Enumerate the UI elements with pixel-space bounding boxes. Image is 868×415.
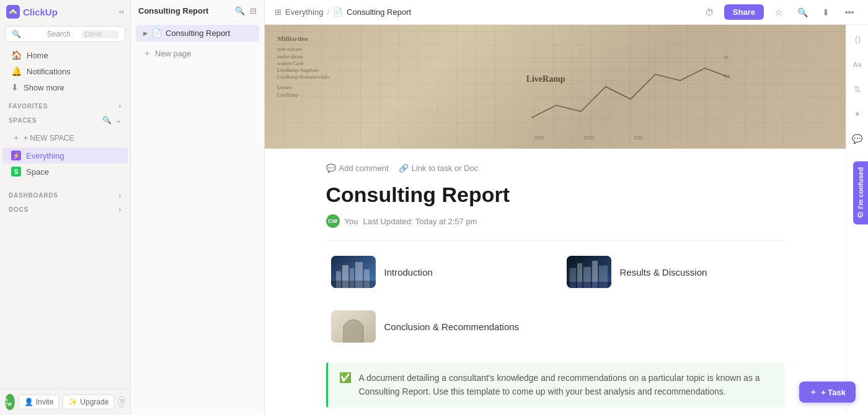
svg-text:2019: 2019 xyxy=(534,136,544,140)
hero-image: Milliarden zent-zulesen nießer dieser wa… xyxy=(265,25,846,149)
download-icon-btn[interactable]: ⬇ xyxy=(817,4,835,21)
svg-point-1 xyxy=(12,11,14,12)
more-options-btn[interactable]: ••• xyxy=(841,4,858,21)
help-icon[interactable]: ? xyxy=(118,396,125,408)
docs-label[interactable]: DOCS › xyxy=(9,206,122,213)
task-fab-button[interactable]: ＋ + Task xyxy=(799,382,856,403)
person-icon: 👤 xyxy=(24,398,33,406)
doc-title: Consulting Report xyxy=(326,183,785,207)
new-page-button[interactable]: ＋ New page xyxy=(131,44,264,63)
add-comment-action[interactable]: 💬 Add comment xyxy=(326,164,389,173)
sidebar-item-notifications-label: Notifications xyxy=(27,67,71,76)
left-sidebar: ClickUp ‹‹ 🔍 Search Ctrl+K 🏠 Home 🔔 Noti… xyxy=(0,0,131,415)
subpage-introduction[interactable]: Introduction xyxy=(326,251,549,293)
bell-icon: 🔔 xyxy=(11,66,22,76)
hero-image-inner: Milliarden zent-zulesen nießer dieser wa… xyxy=(265,25,846,149)
doc-panel-actions: 🔍 ⊟ xyxy=(235,6,257,15)
space-label: Space xyxy=(26,167,49,177)
search-icon-btn[interactable]: 🔍 xyxy=(794,4,811,21)
sidebar-item-notifications[interactable]: 🔔 Notifications xyxy=(2,63,128,79)
content-area: Milliarden zent-zulesen nießer dieser wa… xyxy=(265,25,868,415)
search-placeholder: Search xyxy=(47,30,79,38)
upgrade-button[interactable]: ✨ Upgrade xyxy=(63,395,114,409)
sidebar-item-show-more-label: Show more xyxy=(24,83,64,92)
star-icon-btn[interactable]: ☆ xyxy=(770,4,787,21)
clickup-logo[interactable]: ClickUp xyxy=(6,5,58,19)
doc-layout-icon[interactable]: ⊟ xyxy=(250,6,257,15)
svg-text:2021: 2021 xyxy=(634,136,644,140)
sidebar-header: ClickUp ‹‹ xyxy=(0,0,130,24)
sidebar-item-space[interactable]: S Space xyxy=(2,164,128,180)
breadcrumb-sep: / xyxy=(327,7,329,17)
doc-panel: Consulting Report 🔍 ⊟ ▶ 📄 Consulting Rep… xyxy=(131,0,265,415)
expand-arrow-icon: ▶ xyxy=(143,30,148,37)
clickup-logo-icon xyxy=(6,5,20,19)
sidebar-item-everything[interactable]: ⚡ Everything xyxy=(2,147,128,164)
search-shortcut: Ctrl+K xyxy=(82,30,118,38)
results-thumb xyxy=(567,256,611,288)
task-plus-icon: ＋ xyxy=(809,387,817,398)
comment-icon: 💬 xyxy=(326,164,336,173)
spaces-label: SPACES xyxy=(9,117,37,124)
sidebar-nav: 🏠 Home 🔔 Notifications ⬇ Show more xyxy=(0,45,130,98)
conclusion-label: Conclusion & Recommendations xyxy=(384,321,520,332)
sidebar-item-home-label: Home xyxy=(27,51,48,60)
doc-tree-item[interactable]: ▶ 📄 Consulting Report xyxy=(136,25,259,42)
doc-panel-title: Consulting Report xyxy=(138,6,208,15)
content-divider xyxy=(326,240,785,241)
last-updated: Last Updated: Today at 2:57 pm xyxy=(363,217,477,226)
collapse-right-icon[interactable]: ⟨⟩ xyxy=(849,31,866,48)
breadcrumb-grid-icon: ⊞ xyxy=(275,7,281,17)
doc-tree-label: Consulting Report xyxy=(166,28,230,38)
doc-file-icon: 📄 xyxy=(152,28,162,38)
topbar: ⊞ Everything / 📄 Consulting Report ⏱ Sha… xyxy=(265,0,868,25)
svg-point-0 xyxy=(11,12,13,14)
timer-icon-btn[interactable]: ⏱ xyxy=(701,4,718,21)
spaces-search-icon[interactable]: 🔍 xyxy=(102,116,112,124)
author-avatar: CW xyxy=(326,214,340,228)
hero-chart: 2019 2020 2021 15 9.24 xyxy=(531,43,730,142)
font-size-icon[interactable]: Aa xyxy=(849,56,866,73)
svg-rect-34 xyxy=(347,332,360,343)
user-avatar: K TW xyxy=(5,394,15,410)
comment-side-icon[interactable]: 💬 xyxy=(849,130,866,147)
docs-section: DOCS › xyxy=(0,201,130,216)
up-down-icon[interactable]: ⇅ xyxy=(849,81,866,98)
search-icon: 🔍 xyxy=(12,30,43,38)
invite-button[interactable]: 👤 Invite xyxy=(19,395,60,409)
doc-panel-header: Consulting Report 🔍 ⊟ xyxy=(131,0,264,22)
breadcrumb-home[interactable]: Everything xyxy=(285,7,323,17)
search-bar[interactable]: 🔍 Search Ctrl+K xyxy=(5,26,125,42)
new-space-button[interactable]: ＋ + NEW SPACE xyxy=(6,129,124,146)
favorites-label[interactable]: FAVORITES › xyxy=(9,103,122,110)
check-icon: ✅ xyxy=(339,372,352,383)
link-icon: 🔗 xyxy=(399,164,409,173)
spaces-expand-icon[interactable]: ⌄ xyxy=(115,116,122,124)
doc-body: 💬 Add comment 🔗 Link to task or Doc Cons… xyxy=(277,149,835,415)
subpage-conclusion[interactable]: Conclusion & Recommendations xyxy=(326,305,549,347)
down-arrow-icon: ⬇ xyxy=(11,82,19,92)
new-page-plus-icon: ＋ xyxy=(143,48,151,59)
dashboards-label[interactable]: DASHBOARDS › xyxy=(9,192,122,199)
settings-star-icon[interactable]: ✦ xyxy=(849,105,866,123)
sidebar-item-show-more[interactable]: ⬇ Show more xyxy=(2,79,128,95)
sparkle-icon: ✨ xyxy=(68,398,78,406)
link-task-action[interactable]: 🔗 Link to task or Doc xyxy=(399,164,479,173)
author-name: You xyxy=(345,217,358,226)
breadcrumb-doc: Consulting Report xyxy=(347,7,411,17)
subpage-results[interactable]: Results & Discussion xyxy=(562,251,785,293)
favorites-chevron: › xyxy=(119,103,122,110)
results-label: Results & Discussion xyxy=(620,267,707,277)
sidebar-item-home[interactable]: 🏠 Home xyxy=(2,47,128,63)
dashboards-section: DASHBOARDS › xyxy=(0,187,130,201)
doc-search-icon[interactable]: 🔍 xyxy=(235,6,245,15)
share-button[interactable]: Share xyxy=(724,4,764,20)
spaces-actions: 🔍 ⌄ xyxy=(102,116,122,124)
subpages-grid: Introduction xyxy=(326,251,785,347)
home-icon: 🏠 xyxy=(11,50,22,60)
confused-tab[interactable]: ⏱ I'm confused xyxy=(853,161,868,224)
plus-icon: ＋ xyxy=(12,133,20,143)
sidebar-collapse-btn[interactable]: ‹‹ xyxy=(119,7,124,16)
doc-content: Milliarden zent-zulesen nießer dieser wa… xyxy=(265,25,846,415)
info-box: ✅ A document detailing a consultant's kn… xyxy=(326,362,785,408)
